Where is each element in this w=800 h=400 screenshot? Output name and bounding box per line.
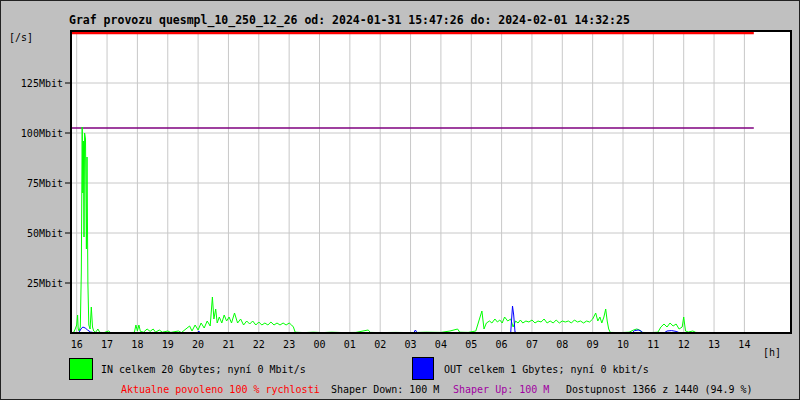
traffic-graph-window: Graf provozu quesmpl_10_250_12_26 od: 20… [0, 0, 800, 400]
x-tick-label: 10 [608, 338, 638, 351]
x-tick-label: 16 [62, 338, 92, 351]
y-tick-label: 50Mbit [1, 227, 63, 240]
x-tick-label: 00 [305, 338, 335, 351]
x-tick-label: 21 [213, 338, 243, 351]
x-tick-label: 19 [153, 338, 183, 351]
y-tick-label: 125Mbit [1, 77, 63, 90]
x-tick-label: 23 [274, 338, 304, 351]
legend-out-label: OUT celkem 1 Gbytes; nyní 0 kbit/s [444, 363, 649, 376]
status-availability-text: Dostupnost 1366 z 1440 (94.9 %) [566, 383, 753, 396]
y-tick-label: 75Mbit [1, 177, 63, 190]
status-shaper-up-text: Shaper Up: 100 M [453, 383, 549, 396]
x-tick-label: 06 [487, 338, 517, 351]
x-tick-label: 13 [699, 338, 729, 351]
x-tick-label: 01 [335, 338, 365, 351]
x-tick-label: 11 [638, 338, 668, 351]
x-tick-label: 05 [456, 338, 486, 351]
x-tick-label: 17 [92, 338, 122, 351]
x-tick-label: 07 [517, 338, 547, 351]
x-tick-label: 08 [547, 338, 577, 351]
x-tick-label: 09 [578, 338, 608, 351]
x-tick-label: 03 [396, 338, 426, 351]
x-tick-label: 22 [244, 338, 274, 351]
legend-in-swatch [69, 358, 93, 380]
x-tick-label: 12 [669, 338, 699, 351]
status-shaper-down-text: Shaper Down: 100 M [331, 383, 439, 396]
legend-in-label: IN celkem 20 Gbytes; nyní 0 Mbit/s [101, 363, 306, 376]
y-tick-label: 100Mbit [1, 127, 63, 140]
x-tick-label: 18 [122, 338, 152, 351]
legend-out-swatch [412, 357, 434, 380]
y-tick-label: 25Mbit [1, 277, 63, 290]
x-tick-label: 14 [729, 338, 759, 351]
x-tick-label: 20 [183, 338, 213, 351]
x-tick-label: 04 [426, 338, 456, 351]
x-tick-label: 02 [365, 338, 395, 351]
status-allowed-speed-text: Aktualne povoleno 100 % rychlosti [121, 383, 320, 396]
